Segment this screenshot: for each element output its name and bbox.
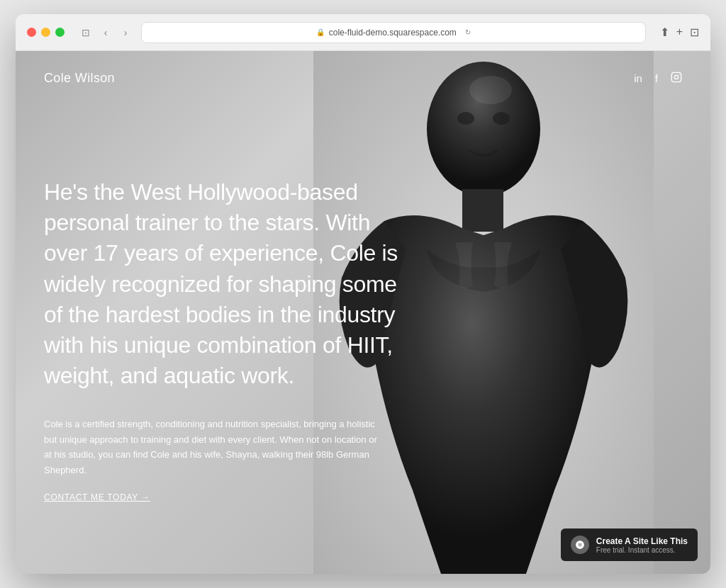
main-content: He's the West Hollywood-based personal t… — [44, 177, 413, 503]
traffic-lights — [27, 28, 65, 37]
browser-actions: ⬆ + ⊡ — [660, 26, 699, 39]
website-content: Cole Wilson in f He's the West Hollywood… — [16, 51, 710, 574]
minimize-button[interactable] — [41, 28, 50, 37]
browser-chrome: ⊡ ‹ › 🔒 cole-fluid-demo.squarespace.com … — [16, 14, 710, 51]
linkedin-icon[interactable]: in — [634, 72, 642, 84]
lock-icon: 🔒 — [316, 28, 325, 36]
social-icons: in f — [634, 72, 682, 85]
ss-badge-content: Create A Site Like This Free trial. Inst… — [596, 536, 688, 554]
svg-rect-2 — [462, 189, 503, 232]
back-button[interactable]: ‹ — [99, 26, 113, 40]
close-button[interactable] — [27, 28, 36, 37]
bio-text: Cole is a certified strength, conditioni… — [44, 417, 384, 477]
share-icon[interactable]: ⬆ — [660, 26, 669, 39]
squarespace-logo-icon — [571, 536, 589, 554]
site-title: Cole Wilson — [44, 71, 115, 86]
site-nav: Cole Wilson in f — [16, 51, 710, 106]
forward-button[interactable]: › — [118, 26, 133, 40]
reload-icon[interactable]: ↻ — [465, 28, 471, 36]
facebook-icon[interactable]: f — [655, 72, 658, 84]
new-tab-icon[interactable]: + — [676, 26, 683, 39]
url-text: cole-fluid-demo.squarespace.com — [329, 28, 457, 38]
svg-point-7 — [674, 75, 678, 79]
svg-rect-6 — [671, 72, 681, 81]
ss-badge-main-text: Create A Site Like This — [596, 536, 688, 546]
browser-window: ⊡ ‹ › 🔒 cole-fluid-demo.squarespace.com … — [16, 14, 710, 574]
duplicate-icon[interactable]: ⊡ — [690, 26, 699, 39]
maximize-button[interactable] — [55, 28, 65, 37]
instagram-icon[interactable] — [671, 72, 682, 85]
svg-point-4 — [493, 112, 510, 125]
contact-link[interactable]: CONTACT ME TODAY → — [44, 492, 150, 502]
svg-point-8 — [678, 74, 679, 75]
ss-badge-sub-text: Free trial. Instant access. — [596, 546, 688, 554]
browser-controls: ⊡ ‹ › — [79, 26, 133, 40]
svg-point-3 — [457, 112, 474, 125]
squarespace-badge[interactable]: Create A Site Like This Free trial. Inst… — [561, 528, 698, 561]
address-bar[interactable]: 🔒 cole-fluid-demo.squarespace.com ↻ — [141, 22, 646, 43]
hero-headline: He's the West Hollywood-based personal t… — [44, 177, 413, 391]
window-icon[interactable]: ⊡ — [79, 26, 93, 40]
